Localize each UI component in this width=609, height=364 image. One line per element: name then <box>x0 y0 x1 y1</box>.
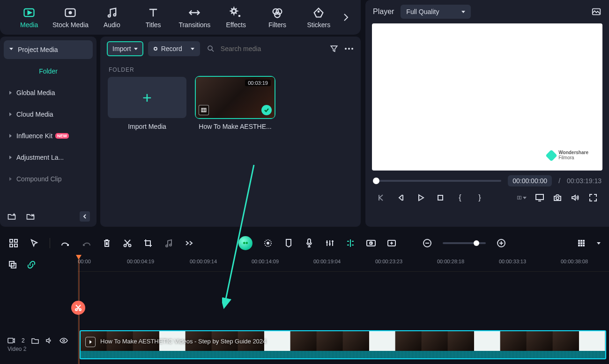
capture-button[interactable] <box>553 193 562 202</box>
sidebar-item-folder[interactable]: Folder <box>4 62 93 81</box>
zoom-slider[interactable] <box>443 242 486 244</box>
chevron-down-icon <box>9 48 13 52</box>
svg-point-4 <box>108 15 111 17</box>
search-field[interactable] <box>205 41 324 56</box>
timeline-clip[interactable]: How To Make AESTHETIC Videos - Step by S… <box>80 330 606 359</box>
visibility-track-icon[interactable] <box>59 338 68 343</box>
display-button[interactable] <box>535 193 544 202</box>
sidebar-collapse-button[interactable] <box>80 211 90 222</box>
mixer-icon[interactable] <box>325 238 335 248</box>
tab-filters[interactable]: Filters <box>257 0 298 35</box>
tab-audio[interactable]: Audio <box>91 0 133 35</box>
sidebar-item-cloud-media[interactable]: Cloud Media <box>4 105 93 124</box>
split-button[interactable] <box>345 238 356 248</box>
tabs-scroll-right[interactable] <box>340 11 352 24</box>
zoom-in-button[interactable] <box>496 238 506 248</box>
time-total: 00:03:19:13 <box>567 177 602 185</box>
stop-button[interactable] <box>436 193 445 202</box>
ruler-mark: 00:00:04:19 <box>127 259 154 264</box>
cut-tool-icon[interactable] <box>122 238 133 248</box>
zoom-out-button[interactable] <box>422 238 432 248</box>
more-icon[interactable] <box>344 44 354 54</box>
svg-rect-22 <box>520 196 521 199</box>
svg-point-11 <box>208 46 212 50</box>
media-thumbs: + Import Media 00:03:19 How To Make AEST… <box>100 77 361 130</box>
sidebar-item-influence-kit[interactable]: Influence Kit NEW <box>4 126 93 145</box>
ruler-mark: 00:00:33:13 <box>499 259 526 264</box>
sidebar-footer <box>0 206 97 227</box>
track-view-chevron[interactable] <box>597 242 601 245</box>
svg-rect-20 <box>438 195 443 200</box>
timeline-track-area[interactable]: How To Make AESTHETIC Videos - Step by S… <box>78 272 609 364</box>
tab-effects[interactable]: Effects <box>215 0 257 35</box>
tab-stock-media[interactable]: Stock Media <box>50 0 91 35</box>
player-label: Player <box>373 7 394 16</box>
duplicate-track-icon[interactable] <box>7 260 18 270</box>
step-back-button[interactable] <box>396 193 406 202</box>
svg-rect-27 <box>10 244 13 247</box>
clip-thumbnails <box>81 331 605 351</box>
record-button[interactable]: Record <box>148 41 200 56</box>
player-scrubber[interactable] <box>373 180 501 182</box>
quality-value: Full Quality <box>406 8 439 15</box>
snapshot-icon[interactable] <box>591 7 602 17</box>
more-tools-icon[interactable] <box>184 238 194 248</box>
sidebar: Project Media Folder Global Media Cloud … <box>0 37 97 227</box>
player-viewport[interactable]: Wondershare Filmora <box>372 23 602 171</box>
media-clip-tile[interactable]: 00:03:19 How To Make AESTHE... <box>196 77 275 130</box>
link-track-icon[interactable] <box>26 260 37 270</box>
quality-dropdown[interactable]: Full Quality <box>401 5 471 19</box>
zoom-slider-thumb[interactable] <box>474 240 479 246</box>
tab-media[interactable]: Media <box>8 0 50 35</box>
mark-out-button[interactable]: } <box>475 193 484 202</box>
speed-icon[interactable] <box>366 238 376 248</box>
sidebar-item-compound-clip[interactable]: Compound Clip <box>4 170 93 188</box>
volume-button[interactable] <box>571 193 580 202</box>
svg-point-9 <box>275 12 280 18</box>
undo-button[interactable] <box>60 238 71 248</box>
voiceover-icon[interactable] <box>304 238 314 248</box>
watermark-product: Filmora <box>558 156 588 161</box>
import-button[interactable]: Import <box>107 41 143 56</box>
keyframe-icon[interactable] <box>386 238 397 248</box>
media-panel: Import Record FOLDER + Import Media 00: <box>100 37 361 227</box>
import-media-tile[interactable]: + Import Media <box>108 77 186 130</box>
music-tool-icon[interactable] <box>163 238 174 248</box>
mute-track-icon[interactable] <box>45 337 53 344</box>
track-header-video2[interactable]: 2 Video 2 <box>0 330 78 359</box>
sidebar-item-global-media[interactable]: Global Media <box>4 83 93 102</box>
ai-assistant-icon[interactable]: •• <box>238 236 253 250</box>
clip-duration: 00:03:19 <box>245 80 271 86</box>
redo-button[interactable] <box>81 238 91 248</box>
pointer-tool-icon[interactable] <box>29 238 39 248</box>
delete-button[interactable] <box>102 238 112 248</box>
filter-icon[interactable] <box>329 44 339 54</box>
crop-tool-icon[interactable] <box>143 238 153 248</box>
play-button[interactable] <box>416 193 425 202</box>
tab-titles[interactable]: Titles <box>133 0 174 35</box>
svg-point-54 <box>75 309 77 311</box>
fullscreen-button[interactable] <box>588 193 598 202</box>
player-controls: { } <box>365 186 609 202</box>
svg-point-3 <box>69 12 72 14</box>
track-count: 2 <box>22 337 25 344</box>
mark-in-button[interactable]: { <box>455 193 465 202</box>
clip-added-check-icon <box>261 105 272 115</box>
prev-frame-button[interactable] <box>377 193 386 202</box>
track-view-icon[interactable] <box>576 238 587 248</box>
compare-view-button[interactable] <box>517 193 527 202</box>
svg-rect-42 <box>578 242 580 244</box>
timeline-ruler[interactable]: 00:00 00:00:04:19 00:00:09:14 00:00:14:0… <box>78 255 609 272</box>
svg-point-10 <box>318 11 319 12</box>
sidebar-item-adjustment-layer[interactable]: Adjustment La... <box>4 148 93 167</box>
delete-folder-icon[interactable] <box>25 211 36 222</box>
enhance-icon[interactable] <box>263 238 273 248</box>
marker-icon[interactable] <box>283 238 294 248</box>
scrubber-head[interactable] <box>373 178 379 184</box>
sidebar-item-project-media[interactable]: Project Media <box>4 40 93 59</box>
layout-grid-icon[interactable] <box>8 238 19 248</box>
new-folder-icon[interactable] <box>7 211 17 222</box>
tab-stickers[interactable]: Stickers <box>298 0 339 35</box>
tab-transitions[interactable]: Transitions <box>174 0 215 35</box>
search-input[interactable] <box>220 45 322 53</box>
